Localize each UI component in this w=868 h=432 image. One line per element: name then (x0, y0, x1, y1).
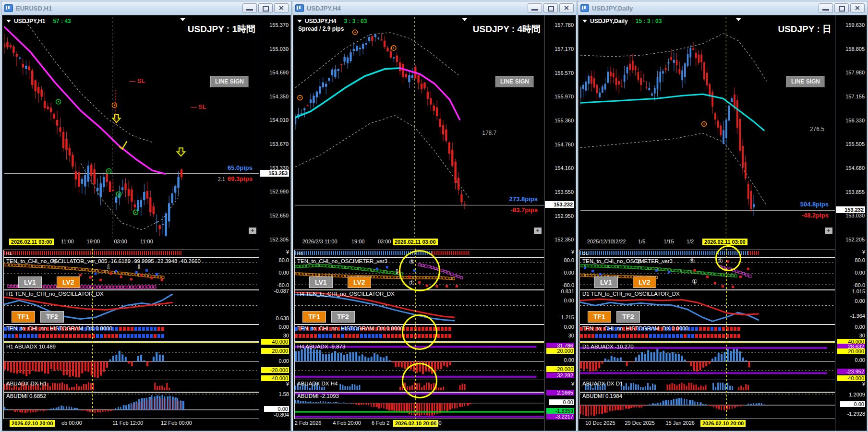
panel-axis-badge: ¥ (835, 249, 865, 255)
line-sign-button[interactable]: LINE SIGN (786, 76, 825, 87)
panel-axis-badge: 80.0 (835, 257, 865, 263)
candlestick-chart: 178.7 (295, 17, 544, 237)
panel-axis-badge: -3.2217 (546, 414, 574, 420)
lv2-button[interactable]: LV2 (348, 276, 371, 288)
histogram-dx-label: TEN_to_CHI_no_HISTOGRAM_DX 0.0000 (6, 325, 112, 331)
tick-row-plot (580, 250, 835, 257)
lv1-button[interactable]: LV1 (594, 276, 618, 288)
price-tick-label: 158.805 (835, 46, 865, 52)
tf1-button[interactable]: TF1 (588, 311, 611, 323)
pips-prefix-label: 2.1 (218, 176, 225, 182)
date-tick-label: 15 Jan 2026 (665, 420, 695, 426)
histogram-dx-label: TEN_to_CHI_no_HISTOGRAM_DX 0.0000 (582, 325, 688, 331)
panel-axis-badge: 0.00 (544, 324, 574, 330)
time-tick-label: 12/22 (613, 239, 626, 244)
symbol-period-dropdown[interactable]: USDJPY,Daily15 : 3 : 03 (582, 18, 662, 24)
titlebar[interactable]: EURUSD,H1 (1, 1, 291, 15)
chart-client-area: 276.5+USDJPY,Daily15 : 3 : 03USDJPY : 日L… (578, 15, 867, 431)
plus-box-icon[interactable]: + (249, 228, 256, 234)
abuadx-label: H1 ABUADX 10.489 (6, 344, 56, 349)
tf2-button[interactable]: TF2 (616, 311, 640, 323)
chart-client-area: — SL— SL+USDJPY,H157 : 43USDJPY : 1時間LIN… (2, 15, 291, 431)
price-tick-label: 154.690 (259, 70, 289, 75)
circled-number-marker: ① (717, 258, 723, 264)
price-range-label: 178.7 (482, 130, 496, 136)
restore-icon (548, 6, 554, 12)
minimize-button[interactable] (819, 3, 833, 13)
minimize-icon (531, 9, 538, 11)
window-title: USDJPY,H4 (307, 5, 528, 12)
minimize-button[interactable] (242, 3, 257, 13)
restore-button[interactable] (543, 3, 558, 13)
time-tick-label: 1/5 (638, 239, 645, 244)
yellow-down-arrow (177, 148, 185, 156)
tf2-button[interactable]: TF2 (331, 311, 355, 323)
panel-axis-badge: 0.00 (544, 270, 574, 276)
line-sign-button[interactable]: LINE SIGN (495, 76, 534, 87)
restore-button[interactable] (834, 3, 849, 13)
window-usdjpy-daily: USDJPY,Daily276.5+USDJPY,Daily15 : 3 : 0… (577, 1, 868, 432)
price-tick-label: 152.305 (259, 237, 289, 242)
panel-axis-badge: ¥ (259, 381, 289, 387)
panel-histogram-dx: TEN_to_CHI_no_HISTOGRAM_DX 0.0000 (579, 324, 836, 342)
date-tick-label: 10 Dec 2025 (585, 420, 615, 426)
panel-abuadx-dx-row: ABUADX DX H4 (294, 380, 545, 392)
price-tick-label: 154.680 (835, 165, 865, 171)
time-tick-label: 11:00 (140, 239, 153, 244)
chart-window-icon (295, 4, 304, 12)
restore-icon (263, 6, 269, 12)
time-tick-label: 1/2 (687, 239, 694, 244)
price-tick-label: 152.950 (544, 213, 574, 219)
restore-button[interactable] (258, 3, 273, 13)
price-tick-label: 152.650 (259, 213, 289, 218)
window-title: USDJPY,Daily (592, 5, 819, 12)
tf2-button[interactable]: TF2 (40, 311, 64, 323)
lv1-button[interactable]: LV1 (18, 276, 42, 288)
plus-box-icon[interactable]: + (825, 228, 832, 234)
abudmi-label: ABUDMI 0.1984 (582, 393, 622, 399)
abuadx-dx-label: ABUADX DX D1 (582, 381, 623, 386)
circled-number-marker: ⑤ (409, 258, 415, 265)
panel-axis-badge: 20.000 (837, 348, 865, 354)
abuadx-label: H4 ABUADX -9.873 (297, 344, 345, 349)
price-tick-label: 155.505 (835, 141, 865, 147)
histogram-dx-label: TEN_to_CHI_no_HISTOGRAM_DX 0.0000 (297, 325, 403, 331)
price-chart: 178.7+ (295, 17, 544, 237)
close-button[interactable] (850, 3, 865, 13)
date-tick-label: 4 Feb 20:00 (333, 420, 361, 426)
panel-abuadx-dx-row: ABUADX DX D1 (579, 380, 836, 392)
bottom-time-axis: 102026.02.10 20:00eb 00:0011 Feb 12:0012… (4, 419, 259, 429)
close-button[interactable] (274, 3, 289, 13)
panel-axis-badge: 0.831 (544, 288, 574, 294)
titlebar[interactable]: USDJPY,H4 (292, 1, 577, 15)
panel-axis-badge: 2.1665 (546, 390, 574, 396)
lv2-button[interactable]: LV2 (633, 276, 656, 288)
line-sign-button[interactable]: LINE SIGN (210, 76, 249, 87)
panel-axis-badge: 0.00 (544, 357, 574, 363)
abuadx-dx-label: ABUADX DX H4 (297, 381, 338, 386)
tick-row-label: H1 (6, 251, 12, 256)
circled-number-marker: ⇩ (394, 268, 399, 276)
price-range-label: 276.5 (810, 126, 824, 132)
panel-axis-badge: 30 (544, 333, 574, 338)
time-tick-label: 03:00 (378, 239, 391, 244)
tf1-button[interactable]: TF1 (302, 311, 326, 323)
titlebar[interactable]: USDJPY,Daily (578, 1, 868, 15)
abuadx-dx-label: ABUADX DX H1 (6, 381, 47, 386)
panel-axis-badge: 1.2009 (835, 392, 865, 397)
symbol-period-dropdown[interactable]: USDJPY,H43 : 3 : 03 (297, 18, 367, 24)
symbol-period-dropdown[interactable]: USDJPY,H157 : 43 (6, 18, 71, 24)
plus-box-icon[interactable]: + (534, 228, 542, 234)
chart-symbol-label: USDJPY,Daily (590, 18, 628, 24)
lv2-button[interactable]: LV2 (57, 276, 80, 288)
tf1-button[interactable]: TF1 (12, 311, 35, 323)
minimize-button[interactable] (528, 3, 542, 13)
panel-axis-badge: 0.00 (264, 406, 289, 412)
close-button[interactable] (559, 3, 574, 13)
window-title: EURUSD,H1 (16, 5, 242, 12)
timeframe-watermark: USDJPY : 1時間 (188, 23, 255, 36)
tick-row-label: H4 (297, 251, 303, 256)
panel-abudmi: ABUDMI -2.1093 (294, 392, 545, 419)
lv1-button[interactable]: LV1 (309, 276, 333, 288)
sl-label: — SL (191, 103, 206, 110)
